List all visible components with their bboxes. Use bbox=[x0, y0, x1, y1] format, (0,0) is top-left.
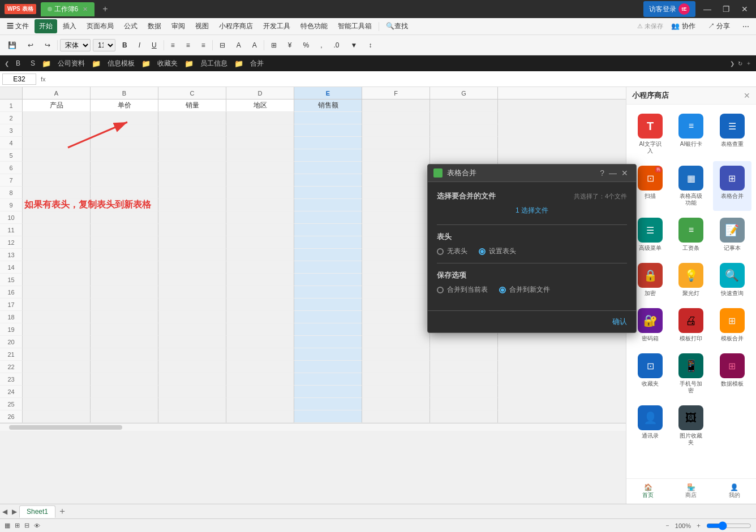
nav-mine[interactable]: 👤 我的 bbox=[713, 479, 756, 504]
undo-btn[interactable]: ↩ bbox=[23, 40, 38, 51]
row-num-24[interactable]: 24 bbox=[0, 386, 23, 398]
row-num-23[interactable]: 23 bbox=[0, 373, 23, 386]
cell-d8[interactable] bbox=[226, 187, 294, 199]
percent-btn[interactable]: % bbox=[298, 40, 313, 51]
bm-item-company[interactable]: 公司资料 bbox=[54, 58, 88, 70]
nav-home[interactable]: 🏠 首页 bbox=[626, 479, 669, 504]
cell-d5[interactable] bbox=[226, 149, 294, 162]
more-btn[interactable]: ⋯ bbox=[738, 20, 754, 33]
cell-c5[interactable] bbox=[158, 149, 226, 162]
border-btn[interactable]: ⊟ bbox=[215, 40, 230, 51]
row-num-26[interactable]: 26 bbox=[0, 410, 23, 423]
cell-e3[interactable] bbox=[294, 124, 362, 137]
cell-b5[interactable] bbox=[91, 149, 158, 162]
bm-add[interactable]: ＋ bbox=[746, 59, 751, 67]
row-num-14[interactable]: 14 bbox=[0, 261, 23, 274]
col-header-b[interactable]: B bbox=[91, 87, 158, 99]
bm-prev[interactable]: ❮ bbox=[5, 60, 9, 67]
row-num-19[interactable]: 19 bbox=[0, 323, 23, 336]
cell-e4[interactable] bbox=[294, 137, 362, 149]
cell-f5[interactable] bbox=[362, 149, 430, 162]
cell-b9[interactable] bbox=[91, 199, 158, 211]
radio-merge-new[interactable]: 合并到新文件 bbox=[499, 285, 550, 295]
cell-d3[interactable] bbox=[226, 124, 294, 137]
app-item-highlight[interactable]: 💡 聚光灯 bbox=[672, 258, 710, 301]
font-size-select[interactable]: 11 bbox=[93, 39, 115, 51]
cell-e1[interactable]: 销售额 bbox=[294, 100, 362, 112]
cell-a4[interactable] bbox=[23, 137, 91, 149]
share-btn[interactable]: ↗ 分享 bbox=[703, 19, 734, 33]
cell-d9[interactable] bbox=[226, 199, 294, 211]
row-num-25[interactable]: 25 bbox=[0, 398, 23, 410]
row-num-2[interactable]: 2 bbox=[0, 112, 23, 124]
cell-f8[interactable] bbox=[362, 187, 430, 199]
row-num-18[interactable]: 18 bbox=[0, 311, 23, 323]
cell-a5[interactable] bbox=[23, 149, 91, 162]
cell-f4[interactable] bbox=[362, 137, 430, 149]
cell-a7[interactable] bbox=[23, 174, 91, 187]
tab-close-icon[interactable]: ✕ bbox=[83, 6, 88, 13]
app-item-mobile-encrypt[interactable]: 📱 手机号加密 bbox=[672, 349, 710, 399]
workbook-tab[interactable]: 工作簿6 ✕ bbox=[41, 2, 95, 16]
menu-search[interactable]: 🔍查找 bbox=[381, 19, 413, 33]
menu-formula[interactable]: 公式 bbox=[119, 19, 142, 33]
row-num-4[interactable]: 4 bbox=[0, 137, 23, 149]
cell-b6[interactable] bbox=[91, 162, 158, 174]
menu-view[interactable]: 视图 bbox=[191, 19, 213, 33]
zoom-slider[interactable] bbox=[706, 521, 751, 530]
cell-a6[interactable] bbox=[23, 162, 91, 174]
fill-color-btn[interactable]: A bbox=[232, 40, 246, 51]
cell-g3[interactable] bbox=[430, 124, 498, 137]
cell-b8[interactable] bbox=[91, 187, 158, 199]
cell-e6[interactable] bbox=[294, 162, 362, 174]
save-btn[interactable]: 💾 bbox=[3, 40, 21, 51]
cell-c8[interactable] bbox=[158, 187, 226, 199]
modal-help-btn[interactable]: ? bbox=[598, 168, 607, 178]
cell-a1[interactable]: 产品 bbox=[23, 100, 91, 112]
cell-c7[interactable] bbox=[158, 174, 226, 187]
row-num-21[interactable]: 21 bbox=[0, 348, 23, 361]
cell-d7[interactable] bbox=[226, 174, 294, 187]
cell-b7[interactable] bbox=[91, 174, 158, 187]
row-num-5[interactable]: 5 bbox=[0, 149, 23, 162]
cell-f1[interactable] bbox=[362, 100, 430, 112]
cell-b2[interactable] bbox=[91, 112, 158, 124]
row-num-3[interactable]: 3 bbox=[0, 124, 23, 137]
dec-decimal-btn[interactable]: .0 bbox=[329, 40, 343, 51]
app-item-table-adv[interactable]: ▦ 表格高级功能 bbox=[672, 161, 710, 211]
app-item-data-template[interactable]: ⊞ 数据模板 bbox=[713, 349, 751, 399]
cell-f2[interactable] bbox=[362, 112, 430, 124]
panel-close-btn[interactable]: ✕ bbox=[744, 91, 750, 100]
choose-file-btn[interactable]: 1 选择文件 bbox=[516, 206, 548, 214]
zoom-in-btn[interactable]: ＋ bbox=[695, 521, 702, 530]
underline-btn[interactable]: U bbox=[147, 40, 161, 51]
restore-btn[interactable]: ❐ bbox=[719, 5, 733, 14]
cell-f6[interactable] bbox=[362, 162, 430, 174]
cell-e9[interactable] bbox=[294, 199, 362, 211]
row-num-20[interactable]: 20 bbox=[0, 336, 23, 348]
cell-a9[interactable]: 如果有表头，复制表头到新表格 bbox=[23, 199, 91, 211]
app-item-adv-menu[interactable]: ☰ 高级菜单 bbox=[631, 213, 669, 256]
cell-e2[interactable] bbox=[294, 112, 362, 124]
col-header-d[interactable]: D bbox=[226, 87, 294, 99]
bm-item-s[interactable]: S bbox=[27, 58, 38, 68]
comma-btn[interactable]: , bbox=[316, 40, 327, 51]
row-num-22[interactable]: 22 bbox=[0, 361, 23, 373]
cell-g1[interactable] bbox=[430, 100, 498, 112]
menu-data[interactable]: 数据 bbox=[143, 19, 166, 33]
col-header-f[interactable]: F bbox=[362, 87, 430, 99]
row-num-6[interactable]: 6 bbox=[0, 162, 23, 174]
zoom-out-btn[interactable]: － bbox=[664, 521, 671, 530]
cell-e5[interactable] bbox=[294, 149, 362, 162]
filter-btn[interactable]: ▼ bbox=[346, 40, 362, 51]
cell-c9[interactable] bbox=[158, 199, 226, 211]
cell-a3[interactable] bbox=[23, 124, 91, 137]
cell-e7[interactable] bbox=[294, 174, 362, 187]
bm-item-favorites[interactable]: 收藏夹 bbox=[154, 58, 181, 70]
row-num-9[interactable]: 9 bbox=[0, 199, 23, 211]
col-header-g[interactable]: G bbox=[430, 87, 498, 99]
modal-confirm-btn[interactable]: 确认 bbox=[612, 317, 627, 327]
radio-merge-current[interactable]: 合并到当前表 bbox=[437, 285, 488, 295]
app-item-template-merge[interactable]: ⊞ 模板合并 bbox=[713, 304, 751, 347]
app-item-table-merge[interactable]: ⊞ 表格合并 bbox=[713, 161, 751, 211]
